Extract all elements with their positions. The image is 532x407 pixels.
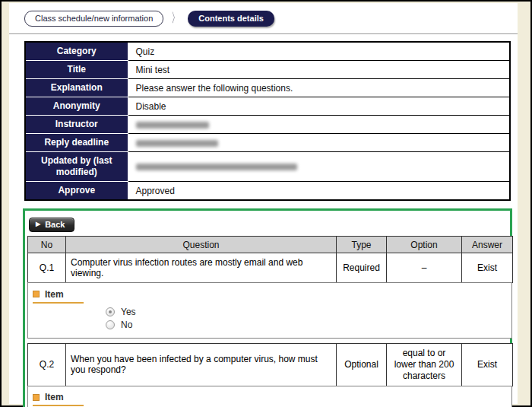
redacted-value xyxy=(136,164,297,170)
radio-button-no[interactable] xyxy=(106,320,115,329)
q1-no: Q.1 xyxy=(28,253,66,283)
column-header-option: Option xyxy=(387,237,462,253)
breadcrumb-separator-icon: 〉 xyxy=(171,10,180,28)
details-value-anonymity: Disable xyxy=(128,97,510,116)
details-label-anonymity: Anonymity xyxy=(25,97,128,116)
table-row: Reply deadline xyxy=(25,134,510,152)
play-arrow-icon: ▶ xyxy=(36,221,40,227)
q2-answer: Exist xyxy=(462,343,513,386)
details-label-approve: Approve xyxy=(25,182,128,201)
table-row: Explanation Please answer the following … xyxy=(25,79,510,97)
question-header-row: No Question Type Option Answer xyxy=(28,237,513,253)
table-row: Category Quiz xyxy=(25,42,510,61)
q1-option: – xyxy=(387,253,462,283)
question-table-q2: Q.2 When you have been infected by a com… xyxy=(27,343,513,386)
details-value-explanation: Please answer the following questions. xyxy=(128,79,510,97)
details-value-instructor xyxy=(128,116,510,134)
q2-no: Q.2 xyxy=(28,343,66,386)
content-panel: Class schedule/new information 〉 Content… xyxy=(9,3,518,404)
details-value-title: Mini test xyxy=(128,61,510,79)
table-row: Approve Approved xyxy=(25,182,510,201)
q1-choices: Yes No xyxy=(106,306,505,332)
q2-item-box: Item Performs a virus scan without conne… xyxy=(27,386,512,407)
answer-section: ▶ Back No Question Type Option Answer Q.… xyxy=(23,208,512,407)
question-row-q1: Q.1 Computer virus infection routes are … xyxy=(28,253,513,283)
table-row: Anonymity Disable xyxy=(25,97,510,116)
breadcrumb-parent-link[interactable]: Class schedule/new information xyxy=(24,11,163,27)
choice-row-no[interactable]: No xyxy=(106,319,505,332)
item-label-text: Item xyxy=(45,392,64,402)
q1-type: Required xyxy=(337,253,387,283)
breadcrumb-current-page: Contents details xyxy=(188,11,274,27)
details-value-category: Quiz xyxy=(128,42,510,61)
item-label: Item xyxy=(33,392,84,406)
divider xyxy=(9,33,518,34)
table-row: Instructor xyxy=(25,116,510,134)
q2-option: equal to or lower than 200 characters xyxy=(387,343,462,386)
details-label-reply-deadline: Reply deadline xyxy=(25,134,128,152)
q2-type: Optional xyxy=(337,343,387,386)
details-value-approve: Approved xyxy=(128,182,510,201)
choice-row-yes[interactable]: Yes xyxy=(106,306,505,319)
details-label-title: Title xyxy=(25,61,128,79)
details-label-explanation: Explanation xyxy=(25,79,128,97)
q2-question: When you have been infected by a compute… xyxy=(66,343,337,386)
item-label-text: Item xyxy=(45,289,64,300)
details-value-updated-by xyxy=(128,152,510,182)
q1-question: Computer virus infection routes are most… xyxy=(66,253,337,283)
item-bullet-icon xyxy=(33,394,40,401)
redacted-value xyxy=(136,122,209,129)
q1-item-box: Item Yes No xyxy=(27,282,512,339)
details-label-category: Category xyxy=(25,42,128,61)
page-frame: Class schedule/new information 〉 Content… xyxy=(0,0,532,407)
q1-answer: Exist xyxy=(462,253,513,283)
details-label-updated-by: Updated by (last modified) xyxy=(25,152,128,182)
details-table: Category Quiz Title Mini test Explanatio… xyxy=(24,41,511,201)
redacted-value xyxy=(136,140,218,147)
item-label: Item xyxy=(33,289,84,304)
radio-button-yes[interactable] xyxy=(106,307,115,316)
item-bullet-icon xyxy=(33,291,40,297)
table-row: Updated by (last modified) xyxy=(25,152,510,182)
choice-label-no: No xyxy=(121,320,132,330)
details-label-instructor: Instructor xyxy=(25,116,128,134)
column-header-answer: Answer xyxy=(462,237,513,253)
column-header-no: No xyxy=(28,237,66,253)
question-row-q2: Q.2 When you have been infected by a com… xyxy=(28,343,513,386)
back-button-label: Back xyxy=(45,220,65,229)
breadcrumb: Class schedule/new information 〉 Content… xyxy=(9,3,518,27)
column-header-question: Question xyxy=(66,237,337,253)
details-value-reply-deadline xyxy=(128,134,510,152)
table-row: Title Mini test xyxy=(25,61,510,79)
column-header-type: Type xyxy=(337,237,387,253)
question-table-q1: No Question Type Option Answer Q.1 Compu… xyxy=(27,236,513,283)
choice-label-yes: Yes xyxy=(121,307,136,317)
back-button-top[interactable]: ▶ Back xyxy=(29,218,74,232)
